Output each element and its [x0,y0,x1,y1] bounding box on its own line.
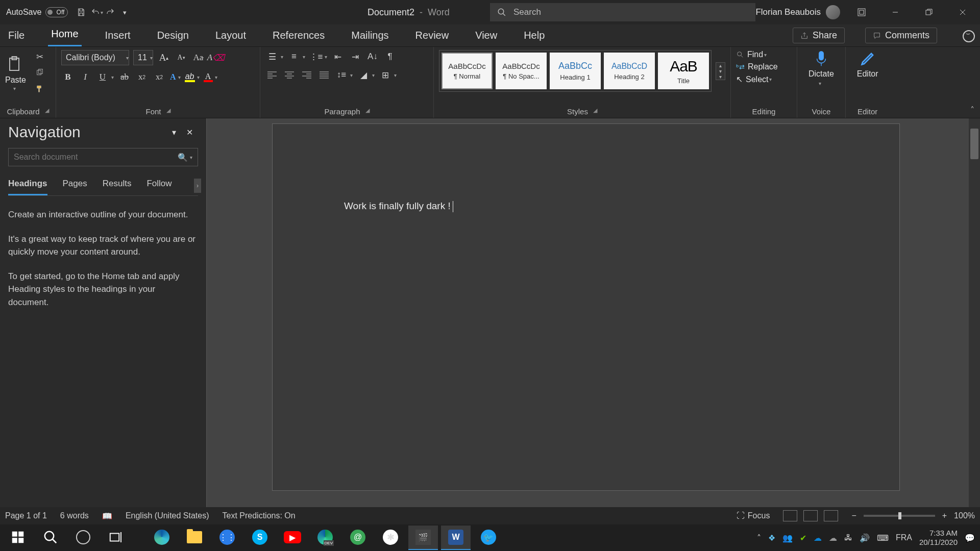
notifications-icon[interactable]: 💬 [965,533,975,543]
format-painter-icon[interactable] [33,83,46,96]
word-taskbar-icon[interactable]: W [441,525,471,550]
twitter-icon[interactable]: 🐦 [474,525,503,550]
paragraph-dialog-icon[interactable]: ◢ [365,107,370,116]
subscript-button[interactable]: x2 [135,70,149,84]
vertical-scrollbar[interactable] [969,118,980,507]
align-left-icon[interactable] [265,68,279,82]
tab-review[interactable]: Review [412,26,452,46]
font-size-combo[interactable]: ▾ [133,50,153,65]
teams-tray-icon[interactable]: 👥 [782,533,793,543]
shrink-font-icon[interactable]: A▾ [175,51,188,64]
bold-button[interactable]: B [61,70,75,84]
decrease-indent-icon[interactable]: ⇤ [331,50,345,63]
nav-search-dropdown[interactable]: ▾ [190,155,192,160]
page[interactable]: Work is finally fully dark ! [272,123,900,491]
increase-indent-icon[interactable]: ⇥ [349,50,362,63]
app-icon-3[interactable]: 🎬 [408,525,438,550]
read-mode-icon[interactable] [783,510,797,521]
replace-button[interactable]: ᵇ⇄Replace [736,62,792,71]
styles-gallery[interactable]: AaBbCcDc¶ Normal AaBbCcDc¶ No Spac... Aa… [439,50,712,92]
paste-button[interactable]: Paste ▾ [5,55,26,91]
nav-tab-headings[interactable]: Headings [8,176,47,195]
nav-tab-pages[interactable]: Pages [63,176,87,195]
keyboard-icon[interactable]: ⌨ [877,533,889,543]
nav-tabs-more-icon[interactable]: › [194,179,201,193]
style-normal[interactable]: AaBbCcDc¶ Normal [442,53,493,89]
zoom-level[interactable]: 100% [954,511,975,520]
share-button[interactable]: Share [793,28,845,43]
zoom-in-button[interactable]: + [942,511,947,520]
font-name-combo[interactable]: ▾ [61,50,129,65]
align-center-icon[interactable] [283,68,296,82]
numbering-icon[interactable]: ≡ [287,50,301,63]
input-lang[interactable]: FRA [896,533,912,542]
edge-dev-icon[interactable]: DEV [310,525,340,550]
nav-dropdown-icon[interactable]: ▾ [167,128,181,137]
font-color-button[interactable]: A [204,72,213,82]
zoom-out-button[interactable]: − [851,511,856,520]
dictate-button[interactable]: Dictate▾ [802,50,840,86]
shading-icon[interactable]: ◢ [357,68,370,82]
font-dialog-icon[interactable]: ◢ [166,107,170,116]
edge-icon[interactable] [147,525,177,550]
sort-icon[interactable]: A↓ [366,50,379,63]
tab-layout[interactable]: Layout [212,26,249,46]
nav-search[interactable]: 🔍 ▾ [8,148,198,166]
collapse-ribbon-icon[interactable]: ˄ [965,47,980,118]
editor-button[interactable]: Editor [851,50,885,79]
line-spacing-icon[interactable]: ↕≡ [335,68,348,82]
comments-button[interactable]: Comments [865,28,937,43]
styles-more[interactable]: ▴▾▾ [716,62,725,80]
document-text[interactable]: Work is finally fully dark ! [344,201,828,212]
close-button[interactable] [950,2,975,22]
style-title[interactable]: AaBTitle [658,53,709,89]
multilevel-icon[interactable]: ⋮≡ [309,50,323,63]
redo-icon[interactable] [103,5,117,19]
style-heading2[interactable]: AaBbCcDHeading 2 [604,53,655,89]
underline-button[interactable]: U [96,70,109,84]
tray-icon-1[interactable]: ❖ [768,533,775,543]
maximize-button[interactable] [917,2,941,22]
nav-search-input[interactable] [14,153,174,162]
onedrive-icon-2[interactable]: ☁ [829,533,837,543]
user-account[interactable]: Florian Beaubois [755,5,840,19]
select-button[interactable]: ↖Select▾ [736,74,792,84]
show-marks-icon[interactable]: ¶ [383,50,397,63]
youtube-icon[interactable]: ▶ [278,525,307,550]
print-layout-icon[interactable] [803,510,818,521]
styles-dialog-icon[interactable]: ◢ [593,107,597,116]
tab-insert[interactable]: Insert [102,26,134,46]
highlight-button[interactable]: ab [185,72,195,82]
clear-formatting-icon[interactable]: A⌫ [209,51,223,64]
zoom-knob[interactable] [898,512,901,519]
spellcheck-icon[interactable]: 📖 [102,511,112,521]
toggle-switch[interactable]: Off [45,7,68,17]
change-case-icon[interactable]: Aa▾ [192,51,205,64]
text-effects-button[interactable]: A [170,72,176,82]
taskbar-search-icon[interactable] [36,525,65,550]
justify-icon[interactable] [317,68,331,82]
autosave-toggle[interactable]: AutoSave Off [0,7,74,17]
nav-close-icon[interactable]: ✕ [181,128,198,137]
grow-font-icon[interactable]: A▴ [157,51,170,64]
tray-icon-2[interactable]: ✔ [800,533,806,543]
volume-icon[interactable]: 🔊 [860,533,870,543]
tab-help[interactable]: Help [521,26,548,46]
ribbon-display-icon[interactable] [849,2,874,22]
feedback-icon[interactable] [963,30,975,42]
nav-search-icon[interactable]: 🔍 [178,153,188,162]
style-heading1[interactable]: AaBbCcHeading 1 [550,53,601,89]
onedrive-icon[interactable]: ☁ [814,533,822,543]
focus-mode-button[interactable]: ⛶ Focus [737,511,770,520]
tab-file[interactable]: File [5,26,28,46]
tray-overflow-icon[interactable]: ˄ [757,533,761,543]
strikethrough-button[interactable]: ab [118,70,131,84]
explorer-icon[interactable] [180,525,209,550]
slack-icon[interactable]: ✱ [376,525,405,550]
copy-icon[interactable] [33,66,46,80]
search-box[interactable]: Search [490,3,755,21]
superscript-button[interactable]: x2 [153,70,166,84]
cut-icon[interactable]: ✂ [33,50,46,63]
network-icon[interactable]: 🖧 [844,533,852,542]
taskview-icon[interactable] [101,525,131,550]
